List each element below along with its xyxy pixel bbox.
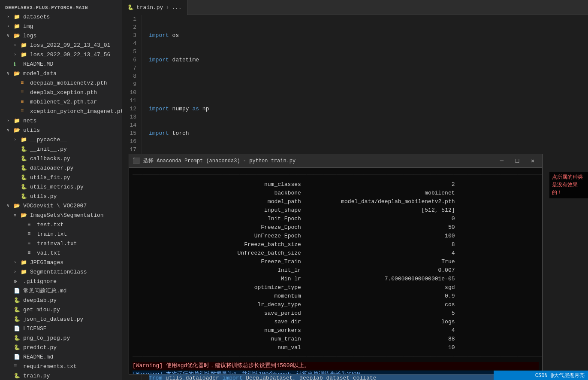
sidebar-item-json-to-dataset[interactable]: 🐍 json_to_dataset.py bbox=[0, 314, 122, 324]
sidebar-item-jpegimages[interactable]: › 📁 JPEGImages bbox=[0, 258, 122, 267]
sidebar-item-utils-metrics[interactable]: 🐍 utils_metrics.py bbox=[0, 182, 122, 192]
sidebar-item-dataloader[interactable]: 🐍 dataloader.py bbox=[0, 163, 122, 173]
arrow-icon: › bbox=[7, 119, 14, 123]
spacer bbox=[14, 156, 21, 161]
arrow-icon: ∨ bbox=[7, 33, 14, 38]
terminal-warning-2: [Warning] 本次运行的总训练数据量为4，并训练100个Epoch，计算出… bbox=[133, 371, 539, 374]
sidebar-item-segclass[interactable]: › 📁 SegmentationClass bbox=[0, 267, 122, 277]
table-cell-value: 0 bbox=[305, 215, 455, 223]
sidebar-item-gitignore[interactable]: ⚙ .gitignore bbox=[0, 277, 122, 286]
sidebar-item-val-txt[interactable]: ≡ val.txt bbox=[0, 248, 122, 258]
sidebar-item-train-txt[interactable]: ≡ train.txt bbox=[0, 229, 122, 239]
sidebar-item-utils-py[interactable]: 🐍 utils.py bbox=[0, 192, 122, 201]
sidebar-item-faq[interactable]: 📄 常见问题汇总.md bbox=[0, 286, 122, 295]
code-line-1: import os bbox=[149, 31, 588, 40]
file-icon: 🐍 bbox=[21, 174, 28, 181]
table-cell-key: num_classes bbox=[217, 181, 305, 188]
sidebar-item-vocdevkit[interactable]: ∨ 📂 VOCdevkit \ VOC2007 bbox=[0, 201, 122, 210]
spacer bbox=[21, 232, 27, 237]
file-icon: ≡ bbox=[27, 222, 35, 228]
table-cell-key: save_period bbox=[217, 310, 305, 317]
tab-train-py[interactable]: 🐍 train.py › ... bbox=[122, 0, 187, 15]
sidebar-item-utils-fit[interactable]: 🐍 utils_fit.py bbox=[0, 173, 122, 182]
sidebar-item-loss1[interactable]: › 📁 loss_2022_09_22_13_43_01 bbox=[0, 40, 122, 50]
table-cell-value: 5 bbox=[305, 310, 455, 317]
terminal-body[interactable]: ────────────────────────────────────────… bbox=[129, 168, 542, 374]
arrow-icon: › bbox=[7, 24, 14, 29]
sidebar-item-deeplab-py[interactable]: 🐍 deeplab.py bbox=[0, 295, 122, 305]
table-cell-key: model_path bbox=[217, 198, 305, 206]
folder-icon: 📂 bbox=[14, 70, 21, 77]
table-row: model_pathmodel_data/deeplab_mobilenetv2… bbox=[217, 198, 455, 206]
sidebar-item-requirements[interactable]: ≡ requirements.txt bbox=[0, 362, 122, 371]
sidebar-item-datasets[interactable]: › 📁 datasets bbox=[0, 12, 122, 21]
spacer bbox=[7, 279, 14, 284]
arrow-icon: ∨ bbox=[7, 203, 14, 208]
right-hint-panel: 点所属的种类 是没有效果的！ bbox=[549, 172, 588, 198]
sidebar-item-loss2[interactable]: › 📁 loss_2022_09_22_13_47_56 bbox=[0, 50, 122, 59]
sidebar-item-predict-py[interactable]: 🐍 predict.py bbox=[0, 343, 122, 352]
spacer bbox=[14, 175, 21, 180]
sidebar-item-img[interactable]: › 📁 img bbox=[0, 21, 122, 31]
sidebar-item-nets[interactable]: › 📁 nets bbox=[0, 116, 122, 125]
sidebar-item-label: deeplab.py bbox=[23, 297, 57, 304]
terminal-minimize-button[interactable]: ─ bbox=[496, 156, 508, 166]
sidebar-item-label: .gitignore bbox=[23, 278, 57, 285]
sidebar-item-pycache[interactable]: › 📁 __pycache__ bbox=[0, 135, 122, 144]
sidebar-item-readme[interactable]: ℹ README.MD bbox=[0, 59, 122, 69]
sidebar-item-imagesets[interactable]: ∨ 📂 ImageSets\Segmentation bbox=[0, 210, 122, 220]
code-line-4: import numpy as np bbox=[149, 105, 588, 113]
sidebar-item-mobilenet-v2[interactable]: ≡ mobilenet_v2.pth.tar bbox=[0, 97, 122, 106]
sidebar-item-callbacks[interactable]: 🐍 callbacks.py bbox=[0, 154, 122, 163]
sidebar-item-label: ImageSets\Segmentation bbox=[30, 212, 104, 219]
sidebar-item-label: get_miou.py bbox=[23, 307, 60, 313]
sidebar-item-deeplab-mobile[interactable]: ≡ deeplab_mobilenetv2.pth bbox=[0, 78, 122, 88]
spacer bbox=[7, 317, 14, 322]
terminal-close-button[interactable]: ✕ bbox=[527, 156, 539, 166]
sidebar-item-license[interactable]: 📄 LICENSE bbox=[0, 324, 122, 333]
table-row: save_dirlogs bbox=[217, 318, 455, 326]
terminal-maximize-button[interactable]: □ bbox=[511, 156, 523, 166]
file-icon: ≡ bbox=[27, 250, 35, 256]
spacer bbox=[21, 241, 27, 246]
sidebar-item-label: callbacks.py bbox=[30, 155, 70, 162]
arrow-icon: › bbox=[7, 15, 14, 19]
table-cell-key: Init_Epoch bbox=[217, 215, 305, 223]
table-cell-value: 100 bbox=[305, 232, 455, 240]
sidebar-item-get-miou[interactable]: 🐍 get_miou.py bbox=[0, 305, 122, 314]
sidebar-item-train-py[interactable]: 🐍 train.py bbox=[0, 371, 122, 380]
table-cell-value: 4 bbox=[305, 327, 455, 334]
sidebar-item-label: requirements.txt bbox=[23, 363, 77, 370]
sidebar-item-logs[interactable]: ∨ 📂 logs bbox=[0, 31, 122, 40]
arrow-icon: › bbox=[14, 52, 21, 57]
spacer bbox=[14, 100, 21, 104]
table-cell-value: 0.007 bbox=[305, 267, 455, 274]
sidebar-item-init-py[interactable]: 🐍 __init__.py bbox=[0, 144, 122, 154]
sidebar-item-trainval-txt[interactable]: ≡ trainval.txt bbox=[0, 239, 122, 248]
table-row: UnFreeze_Epoch100 bbox=[217, 232, 455, 240]
table-cell-value: logs bbox=[305, 318, 455, 326]
sidebar-item-label: __init__.py bbox=[30, 146, 67, 152]
sidebar-item-label: 常见问题汇总.md bbox=[23, 287, 66, 295]
sidebar-item-png-to-jpeg[interactable]: 🐍 png_to_jpeg.py bbox=[0, 333, 122, 343]
sidebar-item-label: trainval.txt bbox=[37, 240, 77, 247]
table-cell-key: save_dir bbox=[217, 318, 305, 326]
table-cell-value: True bbox=[305, 258, 455, 266]
table-row: lr_decay_typecos bbox=[217, 301, 455, 309]
spacer bbox=[14, 90, 21, 95]
file-icon: 🐍 bbox=[14, 344, 21, 351]
sidebar-item-readme2[interactable]: 📄 README.md bbox=[0, 352, 122, 362]
sidebar-item-xception[interactable]: ≡ xception_pytorch_imagenet.pth bbox=[0, 106, 122, 116]
sidebar-item-model-data[interactable]: ∨ 📂 model_data bbox=[0, 69, 122, 78]
spacer bbox=[14, 194, 21, 199]
file-icon: 📄 bbox=[14, 288, 21, 294]
status-bar: CSDN @大气层煮月亮 bbox=[494, 371, 588, 380]
sidebar-item-test-txt[interactable]: ≡ test.txt bbox=[0, 220, 122, 229]
table-cell-key: backbone bbox=[217, 189, 305, 197]
sidebar-item-label: img bbox=[23, 23, 33, 30]
sidebar-item-deeplab-xcep[interactable]: ≡ deeplab_xception.pth bbox=[0, 88, 122, 97]
spacer bbox=[7, 364, 14, 369]
spacer bbox=[14, 147, 21, 152]
sidebar-item-utils[interactable]: ∨ 📂 utils bbox=[0, 125, 122, 135]
folder-icon: 📁 bbox=[14, 23, 21, 30]
